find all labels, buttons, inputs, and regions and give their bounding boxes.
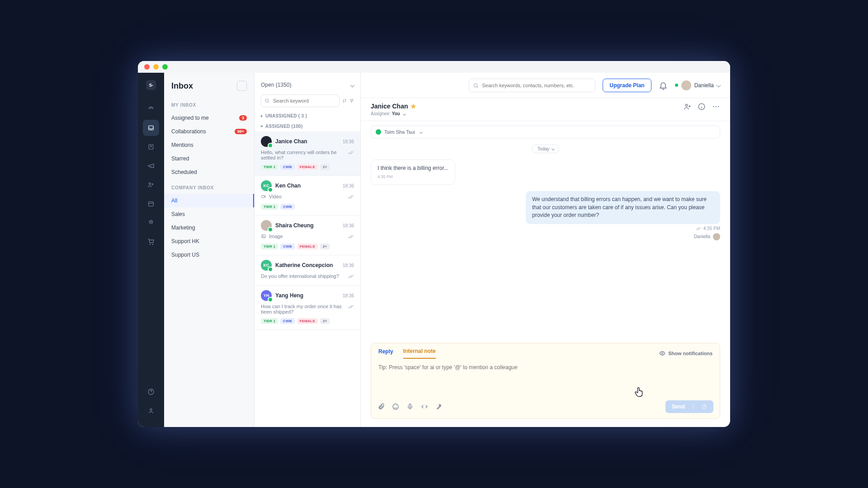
sidebar-item-scheduled[interactable]: Scheduled: [164, 165, 254, 179]
read-receipt-icon: [348, 273, 354, 280]
star-icon[interactable]: ★: [410, 103, 416, 110]
sidebar-item-label: Assigned to me: [171, 115, 209, 121]
tag-chip: CWB: [280, 244, 295, 249]
upgrade-plan-button[interactable]: Upgrade Plan: [603, 79, 651, 92]
chevron-down-icon: [717, 83, 721, 88]
rail-commerce-icon[interactable]: [143, 234, 159, 250]
rail-settings-icon[interactable]: [143, 403, 159, 419]
channel-dot-icon: [376, 129, 381, 135]
message-text: We understand that billing errors can ha…: [532, 196, 714, 219]
assignee-label: Assignee:: [371, 111, 391, 116]
chevron-down-icon: [552, 147, 555, 150]
code-icon[interactable]: [421, 403, 428, 410]
rail-calendar-icon[interactable]: [143, 196, 159, 212]
rail-inbox-icon[interactable]: [143, 120, 159, 136]
sidebar-section-company: COMPANY INBOX: [164, 179, 254, 194]
conversation-item[interactable]: YH Yang Heng 18:36 How can I track my or…: [255, 286, 360, 330]
conversation-item[interactable]: Janice Chan 18:36 Hello, what currency w…: [255, 131, 360, 176]
assignee-value[interactable]: You: [392, 111, 400, 116]
sidebar-item-support-hk[interactable]: Support HK: [164, 235, 254, 248]
rail-contacts-icon[interactable]: [143, 139, 159, 155]
date-separator-label: Today: [538, 146, 550, 151]
conversation-search-input[interactable]: [261, 94, 340, 107]
conversation-item[interactable]: KC Katherine Concepcion 18:36 Do you off…: [255, 255, 360, 286]
tag-chip: 2+: [320, 318, 330, 324]
svg-rect-8: [262, 196, 264, 198]
microphone-icon[interactable]: [406, 403, 414, 410]
sidebar-item-label: Mentions: [171, 142, 193, 148]
sidebar-item-marketing[interactable]: Marketing: [164, 221, 254, 235]
message-timestamp: 4:35 PM: [703, 226, 720, 231]
bell-icon[interactable]: [659, 81, 668, 90]
conversation-time: 18:36: [343, 223, 354, 228]
show-notifications-toggle[interactable]: Show notifications: [659, 350, 712, 357]
user-menu[interactable]: Daniella: [675, 80, 720, 90]
tag-chip: 2+: [320, 164, 330, 170]
video-icon: [261, 194, 266, 199]
conversation-preview: Video: [269, 194, 345, 199]
sort-icon[interactable]: [342, 97, 347, 105]
sidebar-item-mentions[interactable]: Mentions: [164, 138, 254, 152]
conversation-item[interactable]: KC Ken Chan 18:36 Video TIER 1CWB: [255, 176, 360, 216]
tag-chip: TIER 1: [261, 318, 278, 324]
app-logo[interactable]: s•: [146, 80, 156, 90]
internal-note-tab[interactable]: Internal note: [403, 348, 436, 359]
emoji-icon[interactable]: [392, 403, 399, 410]
rail-team-icon[interactable]: [143, 177, 159, 193]
rail-campaign-icon[interactable]: [143, 158, 159, 174]
presence-dot-icon: [675, 84, 678, 87]
channel-location-selector[interactable]: Tsim Sha Tsui: [371, 126, 720, 138]
tag-chip: TIER 1: [261, 204, 278, 210]
sidebar-item-collaborations[interactable]: Collaborations99+: [164, 125, 254, 138]
svg-point-17: [661, 352, 663, 354]
attachment-icon[interactable]: [377, 403, 385, 410]
user-name-label: Daniella: [694, 82, 714, 89]
global-search-input[interactable]: [469, 79, 595, 92]
date-separator[interactable]: Today: [532, 145, 560, 153]
rail-integrations-icon[interactable]: [143, 215, 159, 231]
conversation-item[interactable]: Shaira Cheung 18:36 Image TIER 1CWBFEMAL…: [255, 216, 360, 255]
sidebar-item-sales[interactable]: Sales: [164, 207, 254, 221]
tag-chip: FEMALE: [297, 318, 318, 324]
more-icon[interactable]: [712, 103, 720, 111]
conversation-avatar: YH: [261, 290, 272, 301]
sidebar-item-assigned-to-me[interactable]: Assigned to me3: [164, 111, 254, 125]
channel-location-label: Tsim Sha Tsui: [384, 129, 415, 135]
sidebar-item-all[interactable]: All: [164, 194, 254, 207]
minimize-window-button[interactable]: [153, 64, 159, 70]
conversation-contact-name: Janice Chan: [371, 103, 408, 110]
sidebar-item-label: Collaborations: [171, 128, 206, 135]
read-receipt-icon: [348, 150, 354, 156]
message-composer: Reply Internal note Show notifications: [371, 343, 720, 419]
reply-tab[interactable]: Reply: [378, 348, 393, 358]
svg-point-12: [685, 104, 688, 107]
sidebar-item-support-us[interactable]: Support US: [164, 248, 254, 262]
maximize-window-button[interactable]: [162, 64, 168, 70]
chevron-right-icon: [261, 115, 263, 117]
conversation-time: 18:36: [343, 293, 354, 298]
svg-rect-19: [409, 404, 411, 407]
tag-chip: TIER 1: [261, 164, 278, 170]
read-receipt-icon: [348, 304, 354, 310]
composer-textarea[interactable]: [371, 359, 720, 397]
rail-broadcast-icon[interactable]: [143, 101, 159, 117]
info-icon[interactable]: [698, 103, 706, 111]
magic-wand-icon[interactable]: [435, 403, 443, 410]
tag-chip: CWB: [280, 318, 295, 324]
group-assigned-header[interactable]: ASSIGNED (100): [255, 121, 360, 131]
status-filter-dropdown[interactable]: Open (1350): [261, 78, 354, 92]
rail-help-icon[interactable]: [143, 384, 159, 400]
send-button[interactable]: Send: [665, 400, 713, 413]
sidebar-collapse-button[interactable]: [237, 81, 247, 91]
conversation-tags: TIER 1CWB: [261, 204, 354, 210]
filter-icon[interactable]: [349, 97, 354, 105]
svg-rect-4: [149, 202, 154, 206]
close-window-button[interactable]: [144, 64, 150, 70]
group-unassigned-header[interactable]: UNASSIGNED ( 3 ): [255, 111, 360, 121]
presence-dot-icon: [268, 297, 273, 302]
read-receipt-icon: [348, 234, 354, 240]
add-participant-icon[interactable]: [683, 103, 691, 111]
svg-point-14: [713, 106, 714, 107]
sidebar-item-starred[interactable]: Starred: [164, 152, 254, 165]
message-thread: Today I think there is a billing error..…: [361, 138, 730, 338]
